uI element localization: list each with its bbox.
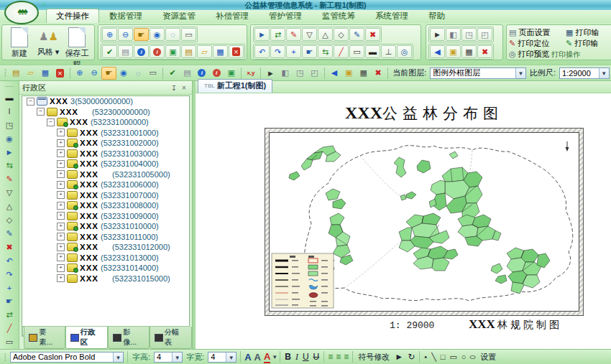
rect-draw-icon[interactable]: ▭ [1,335,17,349]
delete-icon[interactable]: ✖ [1,241,17,254]
identify2-icon[interactable]: i [209,67,224,80]
pan-icon[interactable]: ☛ [101,67,116,80]
pan-edit-icon[interactable]: ☛ [1,294,17,308]
strip-grip[interactable]: ┄┄ [5,83,14,90]
font-color-a2-button[interactable]: A [254,352,261,363]
bold-button[interactable]: B [285,352,291,362]
select-in-icon[interactable]: ◳ [293,67,307,80]
box-zoom-icon[interactable]: ▭ [146,67,160,80]
layers-icon[interactable]: ▣ [446,45,461,58]
select-box-icon[interactable]: ◧ [446,28,461,41]
tree-item[interactable]: +XXX(532331010000) [22,221,189,232]
undo-icon[interactable]: ↶ [1,254,17,268]
brush-icon[interactable]: ✎ [1,172,17,186]
node-swap-icon[interactable]: ⇄ [1,308,17,322]
save-project-button[interactable]: 保存工程 [65,27,89,70]
expand-icon[interactable]: + [57,274,65,282]
identify-icon[interactable]: i [195,67,209,80]
clear-select-icon[interactable]: ✖ [477,45,492,58]
expand-icon[interactable]: + [57,149,65,157]
ribbon-tab-数据管理[interactable]: 数据管理 [99,9,152,23]
expand-icon[interactable]: + [57,253,65,261]
line-draw-icon[interactable]: ╱ [1,322,17,335]
tree-item[interactable]: +XXX(532331001000) [22,128,189,139]
tree-item[interactable]: +XXX(532331007000) [22,190,189,201]
pointer-icon[interactable]: ► [263,67,277,80]
sheet-icon[interactable]: ▤ [180,67,194,80]
locate-icon[interactable]: ◌ [131,67,145,80]
tree-item[interactable]: −XXX(532300000000) [22,107,189,118]
new-button[interactable]: 新建 [7,27,32,70]
font-color-a3-button[interactable]: A [264,351,270,363]
tree-item[interactable]: +XXX(532331011000) [22,232,189,243]
select-out-icon[interactable]: ◰ [307,67,321,80]
line-icon[interactable]: ╲ [431,353,436,362]
rotate-icon[interactable]: ↻ [408,352,415,362]
font-color-a1-button[interactable]: A [244,352,251,363]
expand-icon[interactable]: + [57,139,65,147]
page-setup-button[interactable]: ▤页面设置 [509,27,563,37]
char-height-input[interactable]: 4▼ [154,352,183,363]
pointer-icon[interactable]: ► [430,28,445,41]
tree-item[interactable]: +XXX(532331012000) [22,242,189,253]
layers-icon[interactable]: ▣ [341,67,356,80]
polygon-icon[interactable]: ▽ [1,186,17,200]
expand-icon[interactable]: + [57,181,65,189]
sheet-icon[interactable]: ▤ [118,45,133,58]
swap-icon[interactable]: ⇆ [1,159,17,172]
strikethrough-button[interactable]: U [313,352,320,362]
collapse-icon[interactable]: − [27,98,35,106]
zoom-out-icon[interactable]: ⊖ [118,28,133,41]
current-layer-select[interactable]: 图例外框图层▼ [430,67,526,79]
tree-item[interactable]: +XXX(532331002000) [22,138,189,149]
font-select[interactable]: Adobe Caslon Pro Bold▼ [10,352,124,363]
move-icon[interactable]: + [1,281,17,294]
line-icon[interactable]: ╱ [334,45,349,58]
tree-item[interactable]: −XXX(532331000000) [22,117,189,128]
eagle-eye-icon[interactable]: ◉ [116,67,131,80]
full-extent-icon[interactable]: ▣ [165,45,180,58]
undo-icon[interactable]: ↶ [254,45,270,58]
eagle-eye-icon[interactable]: ◉ [150,28,165,41]
toolbar-grip[interactable]: ┆ [3,69,7,77]
zoom-out-icon[interactable]: ⊖ [87,67,101,80]
char-width-input[interactable]: 4▼ [208,352,236,363]
pan-edit-icon[interactable]: ☛ [302,45,317,58]
check-icon[interactable]: ✔ [165,67,180,80]
ribbon-tab-文件操作[interactable]: 文件操作 [46,9,99,23]
tree-item[interactable]: +XXX(532331006000) [22,179,189,190]
chevron-down-icon[interactable]: ▼ [272,354,277,360]
expand-icon[interactable]: + [57,243,65,251]
expand-icon[interactable]: + [57,212,65,220]
panel-tab-行政区[interactable]: 行政区 [65,327,108,349]
tree-item[interactable]: +XXX(532331003000) [22,149,189,159]
move-icon[interactable]: + [286,45,301,58]
close-doc-icon[interactable]: × [229,45,244,58]
edit-icon[interactable]: ✎ [1,227,17,241]
document-tab[interactable]: TBL 新工程1(制图) [198,79,272,93]
expand-icon[interactable]: + [57,202,65,210]
align-right-icon[interactable]: ≡ [344,352,349,362]
new-doc-icon[interactable]: ▤ [181,45,196,58]
edit-icon[interactable]: ✎ [349,28,364,41]
select-box-icon[interactable]: ◧ [278,67,293,80]
roundrect-icon[interactable]: ▭ [449,353,456,362]
tree-item[interactable]: +XXX(532331008000) [22,200,189,211]
zoom-in-icon[interactable]: ⊕ [102,28,117,41]
settings-button[interactable]: 设置 [480,352,496,363]
chevron-down-icon[interactable]: ▼ [515,68,525,78]
print-locate-button[interactable]: ✎打印定位 [509,38,563,48]
dashed-box-icon[interactable]: ▦ [356,67,370,80]
expand-icon[interactable]: + [57,160,65,168]
pan-icon[interactable]: ☛ [134,28,149,41]
clear-select-icon[interactable]: ✖ [371,67,385,80]
panel-tab-影像[interactable]: 影像... [108,327,150,349]
chevron-down-icon[interactable]: ▼ [599,68,609,78]
open-icon[interactable]: ▱ [23,67,37,80]
tree-item[interactable]: +XXX(532331014000) [22,263,189,274]
print-edit-button[interactable]: ✎打印输 [566,38,611,48]
snap-icon[interactable]: ◎ [397,45,412,58]
flag-icon[interactable]: ◀ [430,45,445,58]
node-swap-icon[interactable]: ⇆ [318,45,333,58]
identify2-icon[interactable]: i [150,45,165,58]
